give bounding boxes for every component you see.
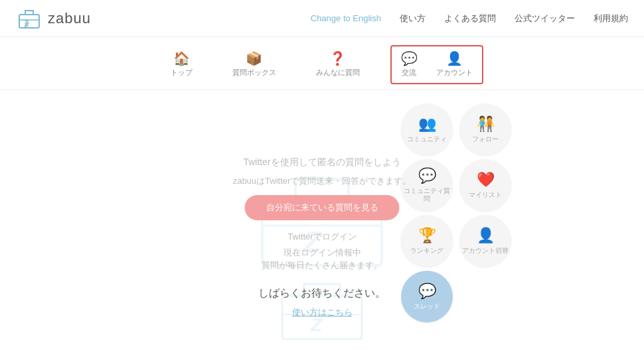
menu-account-switch[interactable]: 👤 アカウント切替 [459,215,511,267]
logo-icon: Z [16,5,42,32]
menu-row-2: 💬 コミュニティ質問 ❤️ マイリスト [401,159,511,211]
thread-label: スレッド [414,303,440,311]
menu-mylist[interactable]: ❤️ マイリスト [459,159,511,211]
tab-question-box-label: 質問ボックス [232,68,276,78]
how-to-link[interactable]: 使い方 [400,13,426,25]
menu-popup: 👥 コミュニティ 🧑‍🤝‍🧑 フォロー 💬 コミュニティ質問 ❤️ マイリスト … [401,104,511,322]
nav-links: Change to English 使い方 よくある質問 公式ツイッター 利用規… [311,13,628,25]
current-text: 現在ログイン情報中 [283,247,361,259]
ranking-label: ランキング [410,247,443,255]
account-switch-label: アカウント切替 [462,247,509,255]
faq-link[interactable]: よくある質問 [444,13,496,25]
tab-top-label: トップ [171,68,193,78]
questions-label: 質問が毎日たくさん届きます。 [262,260,382,270]
chat-bubble-icon: 💬 [401,52,418,65]
community-icon: 👥 [418,115,436,133]
see-questions-button[interactable]: 自分宛に来ている質問を見る [245,195,400,220]
wait-text: しばらくお待ちください。 [258,287,386,301]
tab-chat-label: 交流 [402,68,416,78]
follow-icon: 🧑‍🤝‍🧑 [477,115,495,133]
tab-chat[interactable]: 💬 交流 [392,49,427,80]
twitter-link[interactable]: 公式ツイッター [515,13,575,25]
thread-icon: 💬 [418,283,436,300]
menu-thread[interactable]: 💬 スレッド [401,271,453,322]
menu-follow[interactable]: 🧑‍🤝‍🧑 フォロー [459,104,511,155]
main-content: Z 👥 コミュニティ 🧑‍🤝‍🧑 フォロー 💬 コミュニティ質問 ❤️ マイリス… [0,90,644,351]
menu-community[interactable]: 👥 コミュニティ [401,104,453,155]
terms-link[interactable]: 利用規約 [594,13,628,25]
twitter-login-label: Twitterでログイン [287,232,356,242]
tab-account[interactable]: 👤 アカウント [427,49,482,80]
menu-row-1: 👥 コミュニティ 🧑‍🤝‍🧑 フォロー [401,104,511,155]
tab-everyone-label: みんなに質問 [316,68,360,78]
logo-text: zabuu [48,10,91,27]
follow-label: フォロー [472,135,499,143]
tab-question-box[interactable]: 📦 質問ボックス [223,48,285,82]
ranking-icon: 🏆 [418,227,436,244]
box-icon: 📦 [246,52,262,65]
mylist-icon: ❤️ [477,171,495,188]
account-switch-icon: 👤 [477,227,495,244]
question-icon: ❓ [329,52,346,65]
menu-ranking[interactable]: 🏆 ランキング [401,215,453,267]
logo-area: Z zabuu [16,5,91,32]
tab-highlighted-group: 💬 交流 👤 アカウント [390,45,483,84]
menu-row-3: 🏆 ランキング 👤 アカウント切替 [401,215,511,267]
twitter-login-text: Twitterでログイン [287,231,356,243]
wait-label: しばらくお待ちください。 [258,287,386,299]
community-label: コミュニティ [407,135,447,143]
community-question-icon: 💬 [418,167,436,184]
tab-top[interactable]: 🏠 トップ [161,48,202,82]
mylist-label: マイリスト [469,191,502,199]
questions-text: 質問が毎日たくさん届きます。 [262,259,382,271]
svg-rect-0 [19,15,39,28]
tab-everyone[interactable]: ❓ みんなに質問 [307,48,369,82]
current-label: 現在ログイン情報中 [283,247,361,257]
usage-link[interactable]: 使い方はこちら [292,307,353,318]
text1-suffix: をしよう [364,157,401,167]
person-icon: 👤 [446,52,463,65]
see-questions-button-wrapper: 自分宛に来ている質問を見る [245,195,400,220]
home-icon: 🏠 [173,52,190,65]
text1-content: Twitterを使用して匿名の質問 [243,157,363,167]
header: Z zabuu Change to English 使い方 よくある質問 公式ツ… [0,0,644,37]
tab-account-label: アカウント [436,68,473,78]
community-question-label: コミュニティ質問 [401,187,453,203]
usage-label: 使い方はこちら [292,307,353,317]
menu-row-4: 💬 スレッド [401,271,511,322]
change-to-english-link[interactable]: Change to English [311,13,381,23]
main-text1: Twitterを使用して匿名の質問をしよう [243,157,400,169]
text2-content: zabuuはTwitterで質問送来・回答ができます。 [233,176,412,186]
tab-bar: 🏠 トップ 📦 質問ボックス ❓ みんなに質問 💬 交流 👤 アカウント [0,37,644,90]
main-text2: zabuuはTwitterで質問送来・回答ができます。 [233,175,412,187]
